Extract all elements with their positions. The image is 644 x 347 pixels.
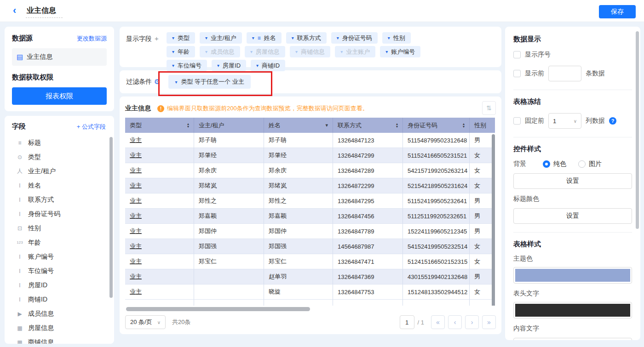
chevron-down-icon: ▾ [172, 63, 174, 68]
gear-icon[interactable]: ⚙ [154, 78, 160, 86]
column-header[interactable]: 业主/租户 [194, 118, 264, 133]
field-item[interactable]: ▦商铺信息 [12, 335, 109, 344]
display-field-tag[interactable]: ▾商铺信息 [290, 46, 330, 57]
field-label: 房屋ID [28, 281, 47, 290]
page-size-select[interactable]: 20 条/页 ∨ [125, 315, 166, 329]
title-color-set-button[interactable]: 设置 [513, 208, 632, 224]
back-icon[interactable]: ‹ [13, 5, 16, 17]
save-button[interactable]: 保存 [599, 5, 636, 18]
display-field-tag[interactable]: ▾年龄 [167, 46, 195, 57]
field-label: 年龄 [28, 239, 41, 247]
table-cell: 业主 [125, 133, 194, 148]
tag-label: 房屋信息 [256, 48, 280, 56]
first-page-button[interactable]: « [431, 315, 445, 329]
field-item[interactable]: ⼈业主/租户 [12, 164, 109, 178]
column-header[interactable]: 类型▴▾ [125, 118, 194, 133]
chevron-down-icon: ▾ [385, 49, 388, 54]
add-display-field-button[interactable]: + [155, 34, 159, 42]
next-page-button[interactable]: › [465, 315, 479, 329]
chevron-down-icon: ▾ [292, 35, 294, 40]
column-header[interactable]: 身份证号码▴▾ [403, 118, 470, 133]
table-cell: 郑性之 [194, 193, 264, 209]
display-field-tag[interactable]: ▾性别 [382, 32, 411, 44]
display-field-tag[interactable]: ▾房屋信息 [245, 46, 285, 57]
background-set-button[interactable]: 设置 [513, 173, 632, 189]
table-body: 业主郑子聃郑子聃13264847123511548799502312648男业主… [125, 133, 495, 306]
freeze-checkbox[interactable] [513, 117, 521, 125]
prev-page-button[interactable]: ‹ [448, 315, 462, 329]
scrollbar-thumb[interactable] [126, 307, 310, 311]
tag-label: 性别 [393, 34, 405, 42]
field-item[interactable]: ≡标题 [12, 136, 109, 150]
field-item[interactable]: 123年龄 [12, 235, 109, 250]
field-item[interactable]: I联系方式 [12, 193, 109, 207]
background-label: 背景 [513, 160, 543, 168]
display-field-tag[interactable]: ▾身份证号码 [331, 32, 378, 44]
display-field-tag[interactable]: ▾类型 [167, 32, 195, 44]
table-cell: 511524199505232641 [403, 193, 470, 209]
column-header[interactable]: 姓名▾ [264, 118, 333, 133]
display-field-tag[interactable]: ▾账户编号 [380, 46, 420, 57]
display-field-tag[interactable]: ▾业主/租户 [200, 32, 242, 44]
datasource-item[interactable]: ▤ 业主信息 [12, 48, 107, 66]
field-item[interactable]: I账户编号 [12, 250, 109, 264]
solid-color-radio[interactable] [543, 160, 550, 168]
tag-label: 成员信息 [211, 48, 235, 56]
table-vertical-scrollbar[interactable] [492, 134, 495, 306]
display-field-tag[interactable]: ▾车位编号 [167, 60, 207, 71]
table-horizontal-scrollbar[interactable] [125, 307, 496, 311]
table-cell: 13264847299 [333, 148, 403, 163]
tag-label: 账户编号 [391, 48, 415, 56]
row-limit-input[interactable] [548, 66, 581, 81]
table-row: 业主郑绪岚郑绪岚13264872299521542189505231624女 [125, 178, 495, 193]
theme-color-swatch[interactable] [513, 267, 632, 284]
table-cell: 郑国强 [264, 239, 333, 254]
field-item[interactable]: ▦房屋信息 [12, 321, 109, 335]
table-cell: 女 [470, 148, 495, 163]
divider [513, 90, 632, 90]
field-item[interactable]: I姓名 [12, 178, 109, 193]
display-field-tag[interactable]: ▾≡姓名 [247, 32, 282, 44]
display-field-tag[interactable]: ▾业主账户 [335, 46, 375, 57]
display-field-tag[interactable]: ▾商铺ID [251, 60, 285, 71]
panel-scrollbar[interactable] [636, 31, 639, 229]
display-field-tag[interactable]: ▾房屋ID [212, 60, 246, 71]
change-datasource-link[interactable]: 更改数据源 [77, 34, 107, 43]
help-icon[interactable]: ? [609, 117, 616, 125]
content-text-set-button[interactable]: 设置 [513, 338, 632, 340]
last-page-button[interactable]: » [482, 315, 496, 329]
pagination-bar: 20 条/页 ∨ 共20条 1 / 1 «‹›» [125, 315, 496, 329]
field-label: 商铺信息 [28, 338, 54, 344]
field-item[interactable]: ⊡性别 [12, 221, 109, 235]
field-item[interactable]: I商铺ID [12, 292, 109, 307]
tag-label: 业主/租户 [211, 34, 236, 42]
freeze-count-select[interactable]: 1 ∨ [548, 113, 581, 129]
table-cell: 521542189505231624 [403, 178, 470, 193]
header-text-swatch[interactable] [513, 302, 632, 319]
report-permission-button[interactable]: 报表权限 [12, 87, 107, 105]
column-header[interactable]: 联系方式▴▾ [333, 118, 403, 133]
fields-scrollbar[interactable] [109, 137, 113, 298]
freeze-count-value: 1 [553, 118, 556, 125]
filter-condition-tag[interactable]: ▾ 类型 等于任意一个 业主 [168, 75, 250, 89]
field-item[interactable]: ▶成员信息 [12, 307, 109, 321]
add-formula-field-link[interactable]: + 公式字段 [77, 123, 106, 131]
sort-down-icon: ▾ [396, 125, 398, 128]
table-row-partial [125, 300, 495, 306]
display-field-tag[interactable]: ▾成员信息 [200, 46, 240, 57]
display-field-tag[interactable]: ▾联系方式 [286, 32, 327, 44]
page-number-input[interactable]: 1 [400, 315, 414, 329]
field-label: 标题 [28, 139, 41, 147]
show-first-checkbox[interactable] [513, 70, 521, 77]
field-item[interactable]: ⊙类型 [12, 150, 109, 164]
field-item[interactable]: I房屋ID [12, 278, 109, 292]
image-radio[interactable] [578, 160, 586, 168]
field-item[interactable]: I身份证号码 [12, 207, 109, 221]
column-header-label: 身份证号码 [408, 121, 437, 130]
table-cell: 郑国仲 [194, 224, 264, 239]
show-index-checkbox[interactable] [513, 51, 521, 58]
column-header[interactable]: 性别 [470, 118, 495, 133]
sort-order-button[interactable]: ⇅ [482, 101, 496, 115]
field-item[interactable]: I车位编号 [12, 264, 109, 278]
table-cell: 13264847789 [333, 224, 403, 239]
